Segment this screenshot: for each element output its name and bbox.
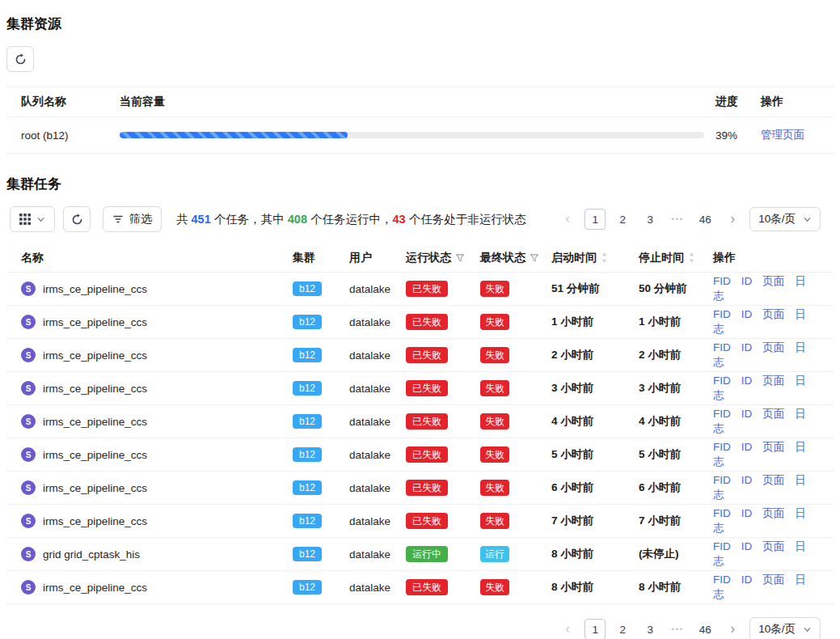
stop-time: 8 小时前 xyxy=(639,580,713,595)
action-link-fid[interactable]: FID xyxy=(713,275,731,287)
stopped-count: 43 xyxy=(393,213,406,226)
page-button-3[interactable]: 3 xyxy=(639,619,661,639)
action-link-id[interactable]: ID xyxy=(741,408,753,420)
cluster-badge: b12 xyxy=(293,447,322,462)
cluster-badge: b12 xyxy=(293,414,322,429)
stop-time: 7 小时前 xyxy=(639,514,713,528)
prev-page-button[interactable]: ‹ xyxy=(557,619,578,639)
row-actions: FIDID页面日志 xyxy=(713,573,821,602)
manage-page-link[interactable]: 管理页面 xyxy=(761,129,804,141)
action-link-fid[interactable]: FID xyxy=(713,408,731,420)
action-link-id[interactable]: ID xyxy=(741,507,753,519)
action-link-fid[interactable]: FID xyxy=(713,341,731,353)
stop-time: 6 小时前 xyxy=(639,480,713,495)
next-page-button[interactable]: › xyxy=(722,209,743,230)
column-header[interactable]: 停止时间 xyxy=(639,251,713,265)
action-link-fid[interactable]: FID xyxy=(713,375,731,387)
next-page-button[interactable]: › xyxy=(722,619,743,639)
action-link-id[interactable]: ID xyxy=(741,275,753,287)
action-link-page[interactable]: 页面 xyxy=(762,441,784,453)
start-time: 7 小时前 xyxy=(551,514,639,528)
action-link-page[interactable]: 页面 xyxy=(762,507,784,519)
cluster-badge: b12 xyxy=(293,480,322,495)
task-name-cell: Sirms_ce_pipeline_ccs xyxy=(21,348,293,362)
prev-page-button[interactable]: ‹ xyxy=(557,209,578,230)
action-link-id[interactable]: ID xyxy=(741,341,753,353)
page-size-select-top[interactable]: 10条/页 xyxy=(749,207,821,231)
column-settings-button[interactable] xyxy=(10,206,55,232)
progress-percent: 39% xyxy=(715,129,761,142)
action-link-page[interactable]: 页面 xyxy=(762,308,784,320)
stop-time: 50 分钟前 xyxy=(639,281,713,296)
run-status-badge: 运行中 xyxy=(406,546,448,562)
filter-icon xyxy=(112,214,124,225)
filter-funnel-icon xyxy=(455,253,465,263)
grid-icon xyxy=(19,214,31,225)
page-button-1[interactable]: 1 xyxy=(585,209,606,230)
column-header[interactable]: 启动时间 xyxy=(551,251,639,265)
start-time: 1 小时前 xyxy=(551,315,639,329)
action-link-page[interactable]: 页面 xyxy=(762,375,784,387)
task-name: irms_ce_pipeline_ccs xyxy=(43,283,147,295)
chevron-down-icon xyxy=(803,625,812,634)
filter-button[interactable]: 筛选 xyxy=(103,206,162,232)
final-status-badge: 失败 xyxy=(480,513,509,529)
start-time: 5 小时前 xyxy=(551,447,639,462)
column-header[interactable]: 最终状态 xyxy=(480,251,551,265)
page-button-1[interactable]: 1 xyxy=(585,619,606,639)
refresh-icon xyxy=(71,214,83,226)
table-row: Sirms_ce_pipeline_ccsb12datalake已失败失败2 小… xyxy=(6,339,834,372)
action-link-page[interactable]: 页面 xyxy=(762,275,784,287)
bottom-pagination-bar: ‹123•••46› 10条/页 xyxy=(6,617,834,639)
page-size-select-bottom[interactable]: 10条/页 xyxy=(749,617,821,639)
page-size-label: 10条/页 xyxy=(758,212,796,226)
action-link-page[interactable]: 页面 xyxy=(762,341,784,353)
action-link-fid[interactable]: FID xyxy=(713,308,731,320)
action-link-page[interactable]: 页面 xyxy=(762,408,784,420)
sorter-icon xyxy=(688,252,695,264)
action-link-fid[interactable]: FID xyxy=(713,573,731,586)
column-label: 停止时间 xyxy=(639,251,684,265)
resources-refresh-button[interactable] xyxy=(6,46,34,72)
action-link-fid[interactable]: FID xyxy=(713,474,731,486)
task-name-cell: Sirms_ce_pipeline_ccs xyxy=(21,447,293,462)
action-link-page[interactable]: 页面 xyxy=(762,540,784,552)
action-link-page[interactable]: 页面 xyxy=(762,474,784,486)
start-time: 2 小时前 xyxy=(551,348,639,362)
page-ellipsis: ••• xyxy=(667,619,688,639)
avatar: S xyxy=(21,480,36,495)
row-actions: FIDID页面日志 xyxy=(713,374,821,403)
pagination-top: ‹123•••46› xyxy=(557,209,743,230)
tasks-summary: 共 451 个任务，其中 408 个任务运行中，43 个任务处于非运行状态 xyxy=(176,212,526,227)
run-status-badge: 已失败 xyxy=(406,413,448,430)
tasks-refresh-button[interactable] xyxy=(63,206,91,232)
table-row: Sirms_ce_pipeline_ccsb12datalake已失败失败4 小… xyxy=(6,405,834,438)
action-link-id[interactable]: ID xyxy=(741,573,753,586)
column-label: 名称 xyxy=(21,251,44,265)
action-link-page[interactable]: 页面 xyxy=(762,573,784,586)
table-row: Sirms_ce_pipeline_ccsb12datalake已失败失败3 小… xyxy=(6,372,834,405)
task-name: irms_ce_pipeline_ccs xyxy=(43,449,147,461)
action-link-id[interactable]: ID xyxy=(741,474,753,486)
page-button-46[interactable]: 46 xyxy=(694,619,715,639)
action-link-id[interactable]: ID xyxy=(741,375,753,387)
action-link-fid[interactable]: FID xyxy=(713,441,731,453)
column-header[interactable]: 运行状态 xyxy=(406,251,480,265)
stop-time: 5 小时前 xyxy=(639,447,713,462)
page-button-46[interactable]: 46 xyxy=(694,209,715,230)
filter-funnel-icon xyxy=(530,253,539,263)
run-status-badge: 已失败 xyxy=(406,347,448,363)
action-link-fid[interactable]: FID xyxy=(713,540,731,552)
page-button-3[interactable]: 3 xyxy=(639,209,661,230)
progress-bar xyxy=(120,132,704,138)
action-link-fid[interactable]: FID xyxy=(713,507,731,519)
final-status-badge: 失败 xyxy=(480,281,509,297)
action-link-id[interactable]: ID xyxy=(741,540,753,552)
task-name-cell: Sgrid grid_cptask_his xyxy=(21,547,293,561)
page-button-2[interactable]: 2 xyxy=(612,619,633,639)
stop-time: 2 小时前 xyxy=(639,348,713,362)
page-button-2[interactable]: 2 xyxy=(612,209,633,230)
cluster-badge: b12 xyxy=(293,348,322,362)
action-link-id[interactable]: ID xyxy=(741,308,753,320)
action-link-id[interactable]: ID xyxy=(741,441,753,453)
